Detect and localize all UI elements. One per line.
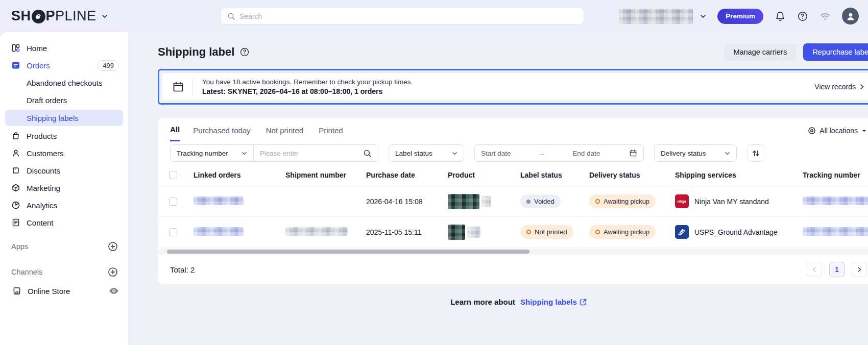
shipment-number-redacted bbox=[285, 227, 348, 236]
sidebar-section-apps[interactable]: Apps bbox=[0, 236, 128, 257]
sidebar-item-label: Orders bbox=[27, 61, 91, 70]
sidebar-item-shipping-labels[interactable]: Shipping labels bbox=[5, 110, 123, 126]
col-shipment-number: Shipment number bbox=[285, 171, 366, 179]
sidebar-item-home[interactable]: Home bbox=[0, 39, 128, 57]
banner-text: You have 18 active bookings. Remember to… bbox=[202, 78, 413, 95]
products-bag-icon bbox=[11, 131, 20, 140]
sidebar-item-customers[interactable]: Customers bbox=[0, 144, 128, 162]
logo-text-mid: P bbox=[46, 8, 56, 24]
manage-carriers-button[interactable]: Manage carriers bbox=[724, 43, 796, 61]
next-page-button[interactable] bbox=[852, 262, 867, 277]
analytics-pie-icon bbox=[11, 201, 20, 210]
sidebar: Home Orders 499 Abandoned checkouts Draf… bbox=[0, 32, 129, 345]
horizontal-scrollbar[interactable] bbox=[158, 249, 868, 255]
row-checkbox[interactable] bbox=[169, 198, 177, 206]
add-channel-icon[interactable] bbox=[108, 267, 118, 277]
location-filter-label: All locations bbox=[819, 127, 858, 135]
delivery-status-select[interactable]: Delivery status bbox=[654, 144, 737, 162]
sidebar-item-label: Online Store bbox=[28, 287, 103, 295]
sidebar-item-analytics[interactable]: Analytics bbox=[0, 196, 128, 214]
calendar-icon bbox=[172, 81, 184, 93]
customers-icon bbox=[11, 149, 20, 158]
label-status-badge: Not printed bbox=[520, 225, 573, 239]
search-input[interactable] bbox=[239, 12, 577, 20]
tracking-search-field bbox=[254, 149, 378, 158]
sidebar-item-content[interactable]: Content bbox=[0, 214, 128, 231]
select-all-checkbox[interactable] bbox=[169, 171, 177, 179]
tracking-search-input[interactable] bbox=[260, 150, 359, 157]
shipping-labels-link[interactable]: Shipping labels bbox=[520, 298, 587, 306]
tab-printed[interactable]: Printed bbox=[319, 126, 343, 141]
col-purchase-date: Purchase date bbox=[366, 171, 448, 179]
banner-line1: You have 18 active bookings. Remember to… bbox=[202, 78, 413, 86]
premium-badge[interactable]: Premium bbox=[717, 9, 763, 24]
sidebar-item-draft-orders[interactable]: Draft orders bbox=[0, 91, 128, 109]
prev-page-button[interactable] bbox=[807, 262, 822, 277]
visibility-eye-icon[interactable] bbox=[109, 287, 119, 294]
start-date-placeholder: Start date bbox=[481, 150, 511, 157]
col-tracking-number: Tracking number bbox=[803, 171, 868, 179]
tab-purchased-today[interactable]: Purchased today bbox=[193, 126, 251, 141]
section-label: Apps bbox=[11, 242, 28, 251]
avatar[interactable] bbox=[842, 8, 859, 24]
linked-order-redacted[interactable] bbox=[194, 227, 244, 236]
sidebar-item-online-store[interactable]: Online Store bbox=[0, 282, 128, 300]
table-footer: Total: 2 1 bbox=[158, 255, 868, 284]
usps-icon bbox=[675, 225, 689, 239]
carrier-name: Ninja Van MY standand bbox=[694, 198, 769, 206]
location-filter[interactable]: All locations bbox=[808, 127, 867, 140]
view-records-link[interactable]: View records bbox=[814, 83, 865, 91]
tracking-number-redacted[interactable] bbox=[803, 227, 868, 236]
end-date-placeholder: End date bbox=[572, 150, 624, 157]
arrow-right-icon: → bbox=[516, 150, 568, 157]
header-actions: Manage carriers Repurchase label bbox=[724, 43, 868, 61]
label-status-text: Voided bbox=[534, 198, 554, 205]
sidebar-item-orders[interactable]: Orders 499 bbox=[0, 57, 128, 74]
label-status-select[interactable]: Label status bbox=[389, 144, 464, 162]
date-range-picker[interactable]: Start date → End date bbox=[474, 144, 644, 162]
view-records-label: View records bbox=[814, 83, 856, 91]
title-help-icon[interactable] bbox=[239, 47, 250, 57]
chevron-down-icon bbox=[725, 151, 730, 156]
purchase-date: 2025-11-05 15:11 bbox=[366, 228, 448, 236]
table-row[interactable]: 2026-04-16 15:08 Voided Awaiting pickup … bbox=[158, 186, 868, 217]
col-delivery-status: Delivery status bbox=[589, 171, 675, 179]
sidebar-item-products[interactable]: Products bbox=[0, 127, 128, 144]
table-row[interactable]: 2025-11-05 15:11 Not printed Awaiting pi… bbox=[158, 217, 868, 248]
notifications-bell-icon[interactable] bbox=[775, 11, 786, 22]
sidebar-item-abandoned-checkouts[interactable]: Abandoned checkouts bbox=[0, 74, 128, 91]
link-label: Shipping labels bbox=[520, 298, 577, 306]
sidebar-item-marketing[interactable]: Marketing bbox=[0, 179, 128, 196]
repurchase-label-button[interactable]: Repurchase label bbox=[803, 43, 868, 61]
search-icon bbox=[227, 12, 235, 20]
sidebar-item-discounts[interactable]: Discounts bbox=[0, 162, 128, 179]
sort-button[interactable] bbox=[747, 144, 764, 162]
add-app-icon[interactable] bbox=[108, 241, 118, 252]
sidebar-item-label: Home bbox=[27, 44, 119, 53]
chevron-down-icon bbox=[861, 128, 867, 134]
wifi-icon[interactable] bbox=[819, 11, 831, 22]
sidebar-item-label: Customers bbox=[27, 149, 119, 158]
page-1-button[interactable]: 1 bbox=[829, 262, 845, 277]
tracking-number-redacted[interactable] bbox=[803, 196, 868, 205]
col-product: Product bbox=[448, 171, 520, 179]
row-checkbox[interactable] bbox=[169, 228, 177, 236]
discounts-tag-icon bbox=[11, 166, 20, 175]
pagination: 1 bbox=[807, 262, 867, 277]
linked-order-redacted[interactable] bbox=[194, 196, 244, 205]
shopline-wordmark: SHPPLINE bbox=[11, 8, 97, 24]
help-icon[interactable] bbox=[797, 11, 808, 22]
tab-all[interactable]: All bbox=[170, 125, 180, 141]
account-switcher[interactable] bbox=[619, 9, 706, 24]
content-doc-icon bbox=[11, 218, 20, 227]
search-type-select[interactable]: Tracking number bbox=[171, 150, 253, 157]
online-store-icon bbox=[12, 286, 21, 295]
sidebar-section-channels[interactable]: Channels bbox=[0, 262, 128, 282]
sidebar-item-label: Shipping labels bbox=[27, 114, 79, 122]
search-icon[interactable] bbox=[363, 149, 372, 158]
orange-ring-icon bbox=[526, 230, 531, 234]
product-cell bbox=[448, 225, 520, 240]
tab-not-printed[interactable]: Not printed bbox=[266, 126, 303, 141]
shopline-logo[interactable]: SHPPLINE bbox=[11, 8, 108, 24]
scrollbar-thumb[interactable] bbox=[167, 250, 529, 254]
